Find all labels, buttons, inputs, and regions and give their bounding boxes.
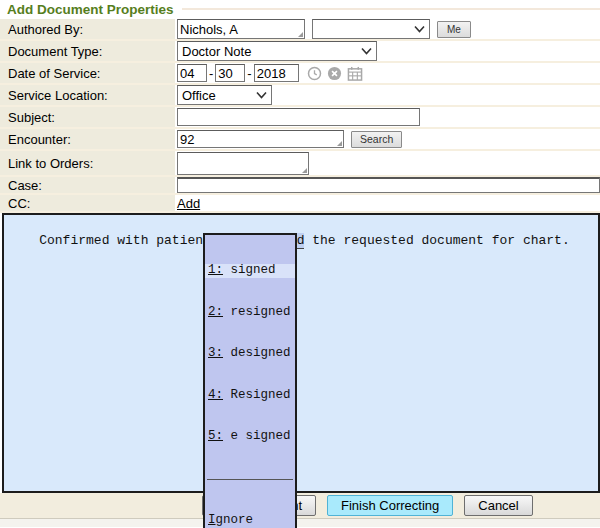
- menu-item-ignore[interactable]: Ignore: [205, 514, 295, 528]
- x-circle-icon[interactable]: [327, 66, 342, 81]
- row-encounter: Encounter: Search: [0, 129, 600, 151]
- cancel-button[interactable]: Cancel: [464, 495, 532, 516]
- me-button[interactable]: Me: [437, 21, 471, 38]
- title-bar: Add Document Properties: [0, 0, 600, 19]
- service-location-label: Service Location:: [0, 85, 175, 105]
- date-separator: -: [209, 66, 213, 81]
- editor-text-after: the requested document for chart.: [304, 233, 569, 248]
- row-document-type: Document Type: Doctor Note: [0, 41, 600, 63]
- service-location-select[interactable]: Office: [177, 85, 272, 105]
- date-year-input[interactable]: [254, 64, 299, 82]
- document-type-label: Document Type:: [0, 41, 175, 61]
- date-separator: -: [247, 66, 251, 81]
- date-of-service-label: Date of Service:: [0, 63, 175, 83]
- clock-icon[interactable]: [307, 66, 322, 81]
- case-label: Case:: [0, 177, 175, 193]
- authored-by-input[interactable]: [177, 19, 305, 39]
- menu-item-suggestion-3[interactable]: 3: designed: [205, 347, 295, 361]
- encounter-input[interactable]: [177, 130, 344, 148]
- bottom-strip: [0, 519, 600, 527]
- chevron-down-icon: [413, 23, 426, 35]
- menu-item-suggestion-4[interactable]: 4: Resigned: [205, 389, 295, 403]
- chevron-down-icon: [360, 45, 373, 57]
- page-title: Add Document Properties: [7, 2, 174, 17]
- row-link-to-orders: Link to Orders:: [0, 151, 600, 177]
- link-to-orders-label: Link to Orders:: [0, 151, 175, 175]
- cc-add-link[interactable]: Add: [177, 196, 200, 211]
- case-input[interactable]: [177, 177, 600, 193]
- encounter-label: Encounter:: [0, 129, 175, 149]
- menu-item-suggestion-2[interactable]: 2: resigned: [205, 306, 295, 320]
- menu-separator: [207, 479, 293, 480]
- row-case: Case:: [0, 177, 600, 195]
- spell-suggestion-menu: 1: signed 2: resigned 3: designed 4: Res…: [203, 233, 297, 528]
- calendar-icon[interactable]: [347, 66, 363, 81]
- subject-label: Subject:: [0, 107, 175, 127]
- menu-item-suggestion-5[interactable]: 5: e signed: [205, 430, 295, 444]
- finish-correcting-button[interactable]: Finish Correcting: [327, 495, 453, 516]
- title-rule: [182, 8, 600, 10]
- row-subject: Subject:: [0, 107, 600, 129]
- document-text-editor[interactable]: Confirmed with patient and esigned the r…: [2, 213, 600, 493]
- subject-input[interactable]: [177, 108, 420, 126]
- chevron-down-icon: [255, 89, 268, 101]
- link-to-orders-textarea[interactable]: [177, 152, 309, 175]
- date-day-input[interactable]: [215, 64, 245, 82]
- row-service-location: Service Location: Office: [0, 85, 600, 107]
- cc-label: CC:: [0, 195, 175, 211]
- add-document-properties-dialog: Add Document Properties Authored By: Me …: [0, 0, 600, 528]
- menu-item-suggestion-1[interactable]: 1: signed: [205, 264, 295, 278]
- authored-by-label: Authored By:: [0, 19, 175, 39]
- authored-by-secondary-select[interactable]: [312, 19, 430, 39]
- row-authored-by: Authored By: Me: [0, 19, 600, 41]
- button-bar: Add Document Finish Correcting Cancel: [0, 493, 600, 519]
- date-month-input[interactable]: [177, 64, 207, 82]
- document-type-select[interactable]: Doctor Note: [177, 41, 377, 61]
- row-date-of-service: Date of Service: - -: [0, 63, 600, 85]
- row-cc: CC: Add: [0, 195, 600, 213]
- search-button[interactable]: Search: [351, 131, 402, 148]
